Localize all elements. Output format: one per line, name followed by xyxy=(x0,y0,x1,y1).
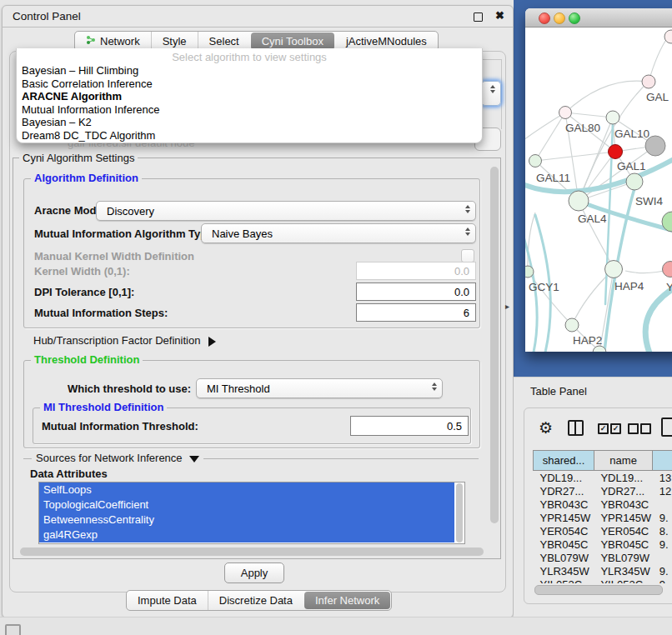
sources-section-label: Sources for Network Inference xyxy=(36,452,183,464)
algorithm-option[interactable]: Basic Correlation Inference xyxy=(17,78,482,91)
table-row[interactable]: YDR27...YDR27...12 xyxy=(534,484,672,498)
stepper-arrows-icon xyxy=(490,85,495,93)
network-edge[interactable] xyxy=(565,112,613,118)
algorithm-combo-stepper-fragment[interactable] xyxy=(481,81,501,106)
node-label: GAL1 xyxy=(617,160,646,172)
network-node[interactable] xyxy=(569,191,589,211)
table-row[interactable]: YIL052CYIL052C9. xyxy=(534,578,672,583)
attribute-item[interactable]: TopologicalCoefficient xyxy=(39,498,454,512)
document-icon[interactable] xyxy=(661,418,672,437)
table-row[interactable]: YER054CYER054C8. xyxy=(534,524,672,538)
node-label: Y xyxy=(666,281,672,293)
settings-horizontal-scrollbar[interactable] xyxy=(20,548,484,556)
table-row[interactable]: YBR045CYBR045C9. xyxy=(534,538,672,551)
tab-label: Cyni Toolbox xyxy=(262,35,323,48)
deselect-all-icon[interactable] xyxy=(640,423,651,434)
network-node[interactable] xyxy=(605,261,623,278)
hub-section-toggle[interactable]: Hub/Transcription Factor Definition xyxy=(33,334,216,347)
attribute-item[interactable]: SelfLoops xyxy=(39,482,454,498)
mi-threshold-label: Mutual Information Threshold: xyxy=(42,420,198,432)
mi-threshold-value: 0.5 xyxy=(447,420,462,432)
dpi-tolerance-field[interactable]: 0.0 xyxy=(356,282,476,301)
table-horizontal-scrollbar[interactable] xyxy=(534,585,663,595)
tab-label: Style xyxy=(163,35,187,48)
mi-type-combo[interactable]: Naive Bayes xyxy=(201,223,476,243)
which-threshold-label: Which threshold to use: xyxy=(68,382,191,395)
settings-vertical-scrollbar[interactable] xyxy=(490,167,499,523)
network-edge[interactable] xyxy=(525,112,565,142)
tab-infer-network[interactable]: Infer Network xyxy=(304,592,390,609)
tab-label: jActiveMNodules xyxy=(346,35,427,48)
select-all-icon[interactable]: ✓ xyxy=(598,423,609,434)
network-edge[interactable] xyxy=(565,81,649,112)
network-node[interactable] xyxy=(663,262,672,278)
deselect-all-icon[interactable] xyxy=(628,423,639,434)
mi-threshold-field[interactable]: 0.5 xyxy=(350,416,469,436)
network-node[interactable] xyxy=(529,155,542,168)
network-window: GALGAL80GAL10GAL1GAL11SWI4GAL4GCY1HAP4YH… xyxy=(525,8,672,352)
network-node[interactable] xyxy=(525,266,534,278)
table-panel-title: Table Panel xyxy=(530,385,587,398)
apply-button[interactable]: Apply xyxy=(224,562,284,583)
network-node[interactable] xyxy=(626,173,643,190)
column-layout-icon[interactable] xyxy=(568,420,584,436)
node-label: GAL11 xyxy=(536,172,570,184)
collapsed-panel-icon[interactable] xyxy=(5,624,21,635)
which-threshold-combo[interactable]: MI Threshold xyxy=(196,378,443,398)
table-row[interactable]: YLR345WYLR345W9. xyxy=(534,564,672,578)
column-header[interactable]: shared... xyxy=(534,451,594,471)
aracne-mode-combo[interactable]: Discovery xyxy=(96,201,476,221)
table-cell: 9. xyxy=(653,564,672,578)
node-label: GAL xyxy=(646,91,669,103)
tab-cyni-toolbox[interactable]: Cyni Toolbox xyxy=(251,32,334,50)
attribute-item[interactable]: gal4RGexp xyxy=(39,528,454,542)
table-toolbar: ⚙ ✓ ✓ xyxy=(524,417,672,442)
network-node[interactable] xyxy=(559,107,572,119)
minimize-traffic-light[interactable] xyxy=(554,12,565,24)
tab-label: Impute Data xyxy=(138,594,197,607)
attributes-scrollbar[interactable] xyxy=(456,483,463,542)
kernel-width-field[interactable]: 0.0 xyxy=(356,262,476,280)
network-node[interactable] xyxy=(609,145,623,159)
network-node[interactable] xyxy=(606,111,619,124)
table-row[interactable]: YBL079WYBL079W xyxy=(534,551,672,564)
select-all-icon[interactable]: ✓ xyxy=(610,423,621,434)
table-cell: 12 xyxy=(653,484,672,498)
network-edge[interactable] xyxy=(649,36,669,82)
gear-icon[interactable]: ⚙ xyxy=(539,418,553,438)
table-row[interactable]: YDL19...YDL19...13 xyxy=(534,471,672,485)
network-window-titlebar[interactable] xyxy=(525,8,672,28)
algorithm-option[interactable]: Dream8 DC_TDC Algorithm xyxy=(17,129,482,142)
attribute-item[interactable]: BetweennessCentrality xyxy=(39,512,454,528)
algorithm-option[interactable]: ARACNE Algorithm xyxy=(17,90,482,103)
network-node[interactable] xyxy=(565,318,579,332)
table-row[interactable]: YBR043CYBR043C xyxy=(534,498,672,511)
algorithm-option[interactable]: Mutual Information Inference xyxy=(17,103,482,117)
sources-section-toggle[interactable]: Sources for Network Inference xyxy=(32,452,203,464)
float-icon[interactable] xyxy=(474,12,483,22)
threshold-definition-title: Threshold Definition xyxy=(31,353,143,366)
zoom-traffic-light[interactable] xyxy=(569,12,580,24)
algorithm-option[interactable]: Bayesian – K2 xyxy=(17,116,482,129)
dpi-tolerance-label: DPI Tolerance [0,1]: xyxy=(34,286,134,298)
network-canvas[interactable]: GALGAL80GAL10GAL1GAL11SWI4GAL4GCY1HAP4YH… xyxy=(525,28,672,352)
network-edge[interactable] xyxy=(535,152,615,161)
mi-steps-field[interactable]: 6 xyxy=(356,303,476,322)
tab-discretize-data[interactable]: Discretize Data xyxy=(208,591,303,610)
table-cell: YBL079W xyxy=(594,551,652,564)
network-node[interactable] xyxy=(642,75,655,88)
column-header[interactable] xyxy=(653,451,672,471)
tab-impute-data[interactable]: Impute Data xyxy=(127,591,208,610)
close-traffic-light[interactable] xyxy=(539,12,550,24)
algorithm-option[interactable]: Bayesian – Hill Climbing xyxy=(17,64,482,78)
data-attributes-list[interactable]: SelfLoopsTopologicalCoefficientBetweenne… xyxy=(38,482,465,544)
manual-kernel-checkbox[interactable] xyxy=(461,249,474,262)
close-icon[interactable]: ✖ xyxy=(495,9,504,22)
table-row[interactable]: YPR145WYPR145W9. xyxy=(534,511,672,524)
kernel-width-value: 0.0 xyxy=(454,265,469,278)
node-table[interactable]: shared...name YDL19...YDL19...13YDR27...… xyxy=(533,450,672,583)
column-header[interactable]: name xyxy=(594,451,652,471)
network-edge[interactable] xyxy=(535,112,565,161)
algorithm-dropdown-placeholder: Select algorithm to view settings xyxy=(17,51,482,64)
node-label: GAL4 xyxy=(578,212,607,225)
